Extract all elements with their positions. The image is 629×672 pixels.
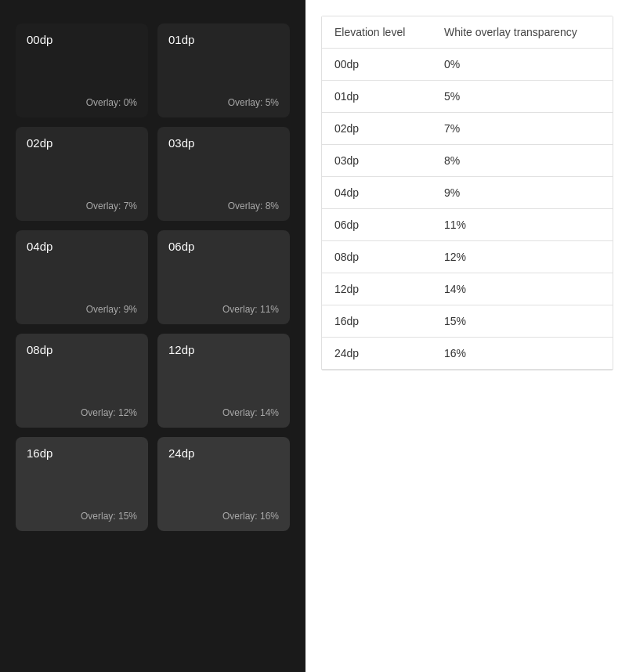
table-row: 04dp9%	[322, 177, 613, 209]
right-panel: Elevation level White overlay transparen…	[305, 0, 629, 672]
table-row: 16dp15%	[322, 305, 613, 338]
table-row: 24dp16%	[322, 338, 613, 370]
col-elevation-header: Elevation level	[322, 16, 432, 49]
table-cell-overlay: 9%	[432, 177, 613, 209]
card-24dp-overlay-label: Overlay: 16%	[168, 511, 279, 522]
table-row: 08dp12%	[322, 241, 613, 273]
table-cell-overlay: 15%	[432, 305, 613, 338]
card-01dp-label: 01dp	[168, 33, 279, 46]
table-cell-overlay: 16%	[432, 338, 613, 370]
table-cell-overlay: 7%	[432, 113, 613, 145]
card-16dp: 16dpOverlay: 15%	[16, 437, 148, 531]
card-00dp-overlay-label: Overlay: 0%	[27, 97, 137, 108]
card-02dp: 02dpOverlay: 7%	[16, 127, 148, 221]
table-row: 02dp7%	[322, 113, 613, 145]
card-03dp-label: 03dp	[168, 136, 279, 150]
card-04dp: 04dpOverlay: 9%	[16, 230, 148, 324]
table-cell-elevation: 01dp	[322, 81, 432, 113]
elevation-table: Elevation level White overlay transparen…	[322, 16, 613, 370]
table-header-row: Elevation level White overlay transparen…	[322, 16, 613, 49]
card-08dp-overlay-label: Overlay: 12%	[27, 407, 137, 418]
table-cell-overlay: 8%	[432, 145, 613, 177]
card-06dp-overlay-label: Overlay: 11%	[168, 304, 279, 315]
table-cell-overlay: 12%	[432, 241, 613, 273]
card-04dp-overlay-label: Overlay: 9%	[27, 304, 137, 315]
card-01dp: 01dpOverlay: 5%	[157, 23, 290, 117]
card-06dp-label: 06dp	[168, 240, 279, 253]
card-00dp: 00dpOverlay: 0%	[16, 23, 148, 117]
table-row: 00dp0%	[322, 49, 613, 81]
card-04dp-label: 04dp	[27, 240, 137, 253]
card-00dp-label: 00dp	[27, 33, 137, 46]
card-01dp-overlay-label: Overlay: 5%	[168, 97, 279, 108]
card-24dp-label: 24dp	[168, 446, 279, 460]
card-08dp: 08dpOverlay: 12%	[16, 334, 148, 428]
table-cell-elevation: 06dp	[322, 209, 432, 241]
table-cell-elevation: 00dp	[322, 49, 432, 81]
table-cell-overlay: 11%	[432, 209, 613, 241]
card-08dp-label: 08dp	[27, 343, 137, 356]
table-cell-overlay: 0%	[432, 49, 613, 81]
card-02dp-label: 02dp	[27, 136, 137, 150]
card-12dp: 12dpOverlay: 14%	[157, 334, 290, 428]
col-overlay-header: White overlay transparency	[432, 16, 613, 49]
card-12dp-label: 12dp	[168, 343, 279, 356]
card-02dp-overlay-label: Overlay: 7%	[27, 201, 137, 211]
table-row: 06dp11%	[322, 209, 613, 241]
table-row: 03dp8%	[322, 145, 613, 177]
table-cell-overlay: 14%	[432, 273, 613, 305]
card-03dp-overlay-label: Overlay: 8%	[168, 201, 279, 211]
table-cell-elevation: 12dp	[322, 273, 432, 305]
elevation-table-wrapper: Elevation level White overlay transparen…	[321, 16, 613, 370]
table-cell-elevation: 24dp	[322, 338, 432, 370]
table-cell-elevation: 08dp	[322, 241, 432, 273]
table-cell-elevation: 03dp	[322, 145, 432, 177]
table-row: 12dp14%	[322, 273, 613, 305]
left-panel: 00dpOverlay: 0%01dpOverlay: 5%02dpOverla…	[0, 0, 305, 672]
card-12dp-overlay-label: Overlay: 14%	[168, 407, 279, 418]
card-24dp: 24dpOverlay: 16%	[157, 437, 290, 531]
card-03dp: 03dpOverlay: 8%	[157, 127, 290, 221]
card-06dp: 06dpOverlay: 11%	[157, 230, 290, 324]
table-cell-elevation: 04dp	[322, 177, 432, 209]
table-row: 01dp5%	[322, 81, 613, 113]
table-cell-overlay: 5%	[432, 81, 613, 113]
card-16dp-label: 16dp	[27, 446, 137, 460]
card-16dp-overlay-label: Overlay: 15%	[27, 511, 137, 522]
table-cell-elevation: 16dp	[322, 305, 432, 338]
table-cell-elevation: 02dp	[322, 113, 432, 145]
